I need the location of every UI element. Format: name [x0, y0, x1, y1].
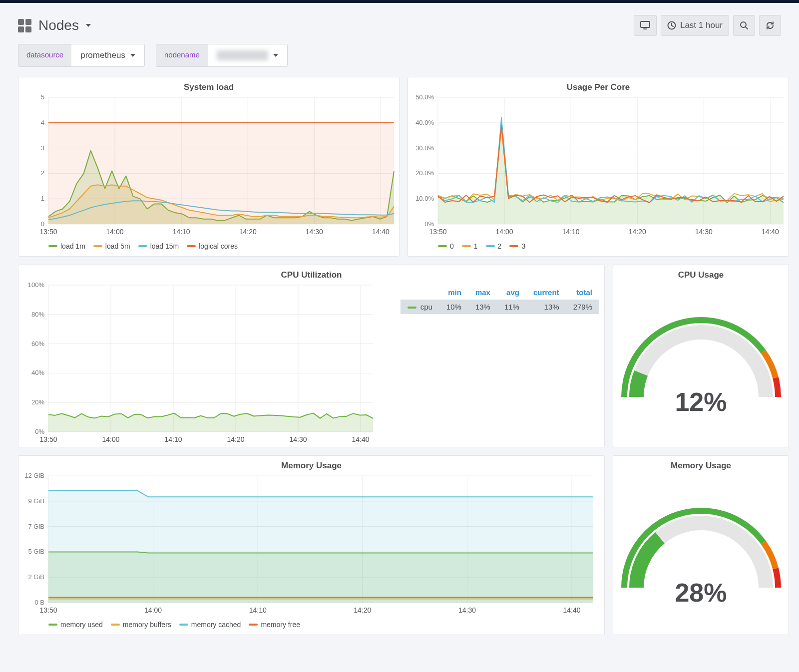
table-row[interactable]: cpu10%13%11%13%279%	[400, 300, 599, 314]
cpu-stat-table: minmaxavgcurrenttotal cpu10%13%11%13%279…	[400, 285, 599, 314]
datasource-value: prometheus	[80, 50, 125, 60]
svg-text:14:40: 14:40	[563, 606, 581, 614]
zoom-out-button[interactable]	[733, 15, 755, 36]
panel-title: CPU Utilization	[18, 265, 604, 282]
svg-text:4: 4	[41, 119, 44, 126]
legend-memory-usage: memory usedmemory buffersmemory cachedme…	[18, 618, 604, 635]
svg-text:14:20: 14:20	[629, 228, 646, 236]
svg-text:13:50: 13:50	[39, 228, 57, 236]
svg-text:13:50: 13:50	[429, 228, 446, 236]
svg-text:60%: 60%	[31, 340, 44, 347]
legend-item[interactable]: load 1m	[48, 242, 85, 250]
svg-text:0 B: 0 B	[34, 599, 44, 606]
panel-usage-per-core[interactable]: Usage Per Core 0%10.0%20.0%30.0%40.0%50.…	[407, 77, 789, 257]
nodename-picker[interactable]: nodename hidden	[156, 44, 288, 67]
svg-rect-0	[641, 21, 650, 27]
panel-memory-gauge[interactable]: Memory Usage 28%	[613, 455, 789, 635]
time-range-button[interactable]: Last 1 hour	[661, 15, 729, 36]
svg-text:1: 1	[41, 195, 44, 202]
time-range-label: Last 1 hour	[680, 20, 723, 30]
svg-text:9 GiB: 9 GiB	[28, 497, 44, 505]
legend-item[interactable]: 1	[462, 242, 478, 250]
chart-memory-usage[interactable]: 0 B2 GiB5 GiB7 GiB9 GiB12 GiB13:5014:001…	[18, 473, 598, 618]
panel-title: Memory Usage	[613, 456, 789, 473]
legend-item[interactable]: 3	[509, 242, 525, 250]
panel-title: Memory Usage	[18, 456, 604, 473]
legend-item[interactable]: 2	[486, 242, 502, 250]
panel-system-load[interactable]: System load 01234513:5014:0014:1014:2014…	[18, 77, 400, 257]
legend-system-load: load 1mload 5mload 15mlogical cores	[18, 239, 399, 256]
svg-text:14:30: 14:30	[306, 228, 323, 236]
panel-grid: System load 01234513:5014:0014:1014:2014…	[0, 77, 799, 635]
svg-text:20%: 20%	[31, 398, 44, 406]
svg-text:14:20: 14:20	[354, 606, 371, 614]
panel-memory-usage[interactable]: Memory Usage 0 B2 GiB5 GiB7 GiB9 GiB12 G…	[18, 455, 605, 635]
svg-text:14:10: 14:10	[173, 228, 190, 236]
panel-cpu-gauge[interactable]: CPU Usage 12%	[613, 265, 789, 447]
panel-title: System load	[18, 77, 399, 94]
svg-text:14:00: 14:00	[496, 228, 513, 236]
panel-cpu-utilization[interactable]: CPU Utilization 0%20%40%60%80%100%13:501…	[18, 265, 605, 447]
svg-text:2: 2	[41, 169, 44, 177]
svg-text:5 GiB: 5 GiB	[28, 548, 44, 555]
svg-text:100%: 100%	[28, 282, 45, 289]
svg-rect-1	[643, 28, 647, 29]
svg-text:0%: 0%	[35, 428, 44, 435]
template-variables: datasource prometheus nodename hidden	[0, 44, 799, 77]
nodename-value: hidden	[217, 50, 268, 60]
gauge-cpu-value: 12%	[675, 387, 727, 417]
gauge-memory-value: 28%	[675, 578, 727, 608]
svg-text:14:00: 14:00	[102, 435, 119, 443]
svg-text:30.0%: 30.0%	[415, 144, 434, 152]
refresh-icon	[766, 21, 775, 30]
legend-usage-per-core: 0123	[408, 239, 789, 256]
page-title[interactable]: Nodes	[18, 17, 91, 33]
svg-text:14:40: 14:40	[372, 228, 390, 236]
chart-system-load[interactable]: 01234513:5014:0014:1014:2014:3014:40	[18, 94, 399, 239]
legend-item[interactable]: load 15m	[138, 242, 179, 250]
svg-text:14:30: 14:30	[458, 606, 476, 614]
svg-text:12 GiB: 12 GiB	[24, 473, 44, 479]
topbar: Nodes Last 1 hour	[0, 3, 799, 44]
svg-text:14:00: 14:00	[106, 228, 124, 236]
svg-text:20.0%: 20.0%	[415, 169, 434, 177]
svg-text:14:30: 14:30	[289, 435, 307, 443]
panel-title: CPU Usage	[613, 265, 789, 282]
svg-text:14:40: 14:40	[352, 435, 369, 443]
svg-text:40%: 40%	[31, 369, 44, 376]
svg-text:2 GiB: 2 GiB	[28, 573, 44, 581]
legend-item[interactable]: 0	[438, 242, 454, 250]
chart-cpu-utilization[interactable]: 0%20%40%60%80%100%13:5014:0014:1014:2014…	[18, 282, 378, 447]
svg-text:14:10: 14:10	[249, 606, 267, 614]
svg-text:14:10: 14:10	[164, 435, 182, 443]
datasource-label: datasource	[18, 44, 71, 66]
chevron-down-icon	[273, 54, 278, 57]
topbar-tools: Last 1 hour	[634, 15, 781, 36]
refresh-button[interactable]	[759, 15, 781, 36]
tv-mode-button[interactable]	[634, 15, 657, 36]
legend-item[interactable]: logical cores	[187, 242, 238, 250]
svg-text:40.0%: 40.0%	[415, 119, 434, 126]
svg-text:3: 3	[41, 144, 44, 152]
svg-text:13:50: 13:50	[39, 435, 57, 443]
clock-icon	[667, 21, 676, 30]
svg-text:14:00: 14:00	[144, 606, 162, 614]
legend-item[interactable]: memory free	[249, 621, 300, 629]
datasource-picker[interactable]: datasource prometheus	[18, 44, 145, 67]
chevron-down-icon	[86, 24, 91, 27]
panel-title: Usage Per Core	[408, 77, 789, 94]
legend-item[interactable]: memory used	[48, 621, 103, 629]
legend-item[interactable]: memory cached	[179, 621, 241, 629]
legend-item[interactable]: memory buffers	[111, 621, 171, 629]
svg-text:0%: 0%	[424, 220, 434, 228]
chart-usage-per-core[interactable]: 0%10.0%20.0%30.0%40.0%50.0%13:5014:0014:…	[408, 94, 789, 239]
svg-text:10.0%: 10.0%	[415, 195, 434, 202]
svg-text:5: 5	[41, 94, 44, 101]
svg-text:7 GiB: 7 GiB	[28, 523, 44, 530]
svg-text:14:10: 14:10	[562, 228, 580, 236]
svg-text:14:20: 14:20	[239, 228, 257, 236]
monitor-icon	[640, 21, 650, 30]
chevron-down-icon	[130, 54, 135, 57]
svg-text:14:30: 14:30	[695, 228, 713, 236]
legend-item[interactable]: load 5m	[93, 242, 130, 250]
